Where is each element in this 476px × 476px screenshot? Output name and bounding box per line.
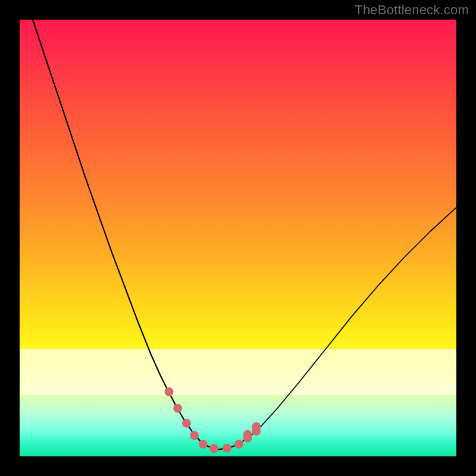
marker-dot xyxy=(199,440,208,449)
marker-dot xyxy=(252,427,261,436)
marker-dot xyxy=(209,444,218,453)
marker-dot xyxy=(173,404,182,413)
chart-frame: TheBottleneck.com xyxy=(0,0,476,476)
marker-dot xyxy=(234,440,243,449)
curve-right-branch xyxy=(238,208,456,445)
curve-layer xyxy=(20,20,456,456)
marker-dot xyxy=(223,444,231,453)
marker-dot xyxy=(165,387,174,396)
watermark-text: TheBottleneck.com xyxy=(355,2,469,18)
marker-dots-group xyxy=(165,387,261,453)
curve-valley-floor xyxy=(203,444,238,449)
marker-dot xyxy=(243,434,252,443)
curve-left-branch xyxy=(33,20,203,444)
marker-dot xyxy=(190,431,199,440)
marker-dot xyxy=(182,419,191,428)
